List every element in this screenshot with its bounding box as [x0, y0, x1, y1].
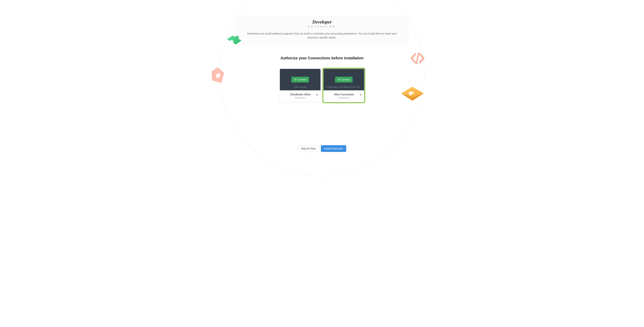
connection-service-name: Fd34b44d-C39f-484b-97f4-F54...: [326, 86, 362, 89]
header-card: Developer EXTENSION Extensions are small…: [235, 16, 409, 45]
connection-service-name: Zoho Books: [282, 86, 318, 89]
card-footer: ZohoBooks-Xflow Extension: [280, 90, 320, 102]
status-indicator: [316, 94, 318, 96]
connect-label: Connect: [341, 78, 350, 81]
card-header: Connect Zoho Books: [280, 69, 320, 90]
connections-row: Connect Zoho Books ZohoBooks-Xflow Exten…: [178, 69, 466, 102]
connection-subtitle: Extension: [325, 96, 362, 99]
connection-name: Xflow Connection: [325, 93, 362, 96]
card-footer: Xflow Connection Extension: [324, 90, 364, 102]
install-extension-button[interactable]: Install Extension: [321, 145, 346, 152]
connect-label: Connect: [298, 78, 306, 81]
header-description: Extensions are small software programs t…: [243, 32, 401, 40]
connect-button[interactable]: Connect: [335, 77, 352, 83]
section-title: Authorize your Connections before instal…: [277, 56, 367, 60]
skip-button[interactable]: Skip for Now: [298, 145, 319, 152]
connection-card-xflow-connection: Connect Fd34b44d-C39f-484b-97f4-F54... X…: [323, 69, 364, 102]
plug-icon: [294, 79, 296, 81]
brand-subtitle: EXTENSION: [243, 26, 401, 28]
plug-icon: [338, 79, 340, 81]
connection-name: ZohoBooks-Xflow: [282, 93, 319, 96]
brand-title: Developer: [243, 19, 401, 25]
status-indicator: [360, 94, 362, 96]
connect-button[interactable]: Connect: [292, 77, 309, 83]
card-header: Connect Fd34b44d-C39f-484b-97f4-F54...: [324, 69, 364, 90]
connection-subtitle: Extension: [282, 96, 319, 99]
footer-actions: Skip for Now Install Extension: [178, 145, 466, 158]
connection-card-zohobooks-xflow: Connect Zoho Books ZohoBooks-Xflow Exten…: [280, 69, 321, 102]
